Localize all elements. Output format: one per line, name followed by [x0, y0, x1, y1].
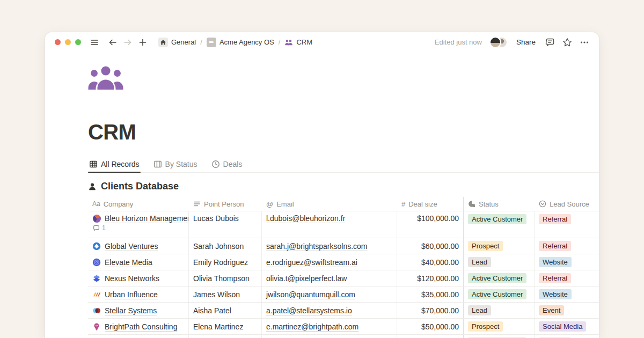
sidebar-toggle-icon[interactable] [89, 36, 100, 48]
breadcrumb-item-workspace[interactable]: Acme Agency OS [204, 36, 276, 48]
company-link[interactable]: Nexus Networks [105, 274, 159, 283]
comment-count[interactable]: 1 [92, 224, 106, 232]
status-cell[interactable]: Active Customer [464, 211, 535, 238]
company-cell[interactable]: Vertex Innovations [88, 335, 189, 338]
lead-source-badge[interactable]: Website [539, 257, 572, 267]
lead-source-badge[interactable]: Event [539, 305, 564, 315]
deal-size-cell[interactable]: $70,000.00 [397, 303, 464, 318]
company-cell[interactable]: Urban Influence [88, 286, 189, 302]
lead-source-badge[interactable]: Website [539, 289, 572, 299]
point-person-cell[interactable]: Aisha Patel [189, 303, 262, 318]
status-badge[interactable]: Lead [468, 257, 491, 267]
point-person-cell[interactable]: Olivia Thompson [189, 270, 262, 286]
lead-source-badge[interactable]: Referral [539, 241, 571, 251]
lead-source-cell[interactable]: Referral [535, 211, 599, 238]
status-cell[interactable]: Active Customer [464, 335, 535, 338]
lead-source-cell[interactable]: Referral [535, 238, 599, 254]
point-person-cell[interactable]: Sarah Johnson [189, 238, 262, 254]
company-cell[interactable]: Stellar Systems [88, 303, 189, 318]
company-link[interactable]: Bleu Horizon Management [105, 214, 189, 223]
share-button[interactable]: Share [514, 37, 538, 47]
more-options-icon[interactable] [580, 38, 589, 47]
status-badge[interactable]: Prospect [468, 321, 503, 332]
email-cell[interactable]: sarah.j@brightsparksolns.com [262, 238, 397, 254]
company-cell[interactable]: Elevate Media [88, 254, 189, 270]
status-cell[interactable]: Prospect [464, 319, 535, 334]
nexus-networks-logo-icon [92, 274, 101, 283]
company-link[interactable]: BrightPath Consulting [105, 322, 177, 331]
deal-size-cell[interactable]: $60,000.00 [397, 238, 464, 254]
table-row: Stellar Systems Aisha Patel a.patel@stel… [88, 303, 599, 319]
company-cell[interactable]: Global Ventures [88, 238, 189, 254]
tab-deals[interactable]: Deals [210, 158, 244, 172]
breadcrumb-item-general[interactable]: General [156, 36, 198, 48]
status-cell[interactable]: Active Customer [464, 270, 535, 286]
status-badge[interactable]: Active Customer [468, 289, 526, 299]
close-window-button[interactable] [55, 39, 61, 45]
deal-size-cell[interactable]: $120,000.00 [397, 270, 464, 286]
deal-size-cell[interactable]: $35,000.00 [397, 286, 464, 302]
table-row: Bleu Horizon Management 1 Lucas Dubois l… [88, 211, 599, 238]
breadcrumb-item-crm[interactable]: CRM [282, 37, 314, 48]
lead-source-badge[interactable]: Social Media [539, 321, 586, 332]
deal-size-cell[interactable]: $45,000.00 [397, 335, 464, 338]
column-header-deal-size[interactable]: # Deal size [397, 197, 464, 211]
company-link[interactable]: Global Ventures [105, 242, 158, 251]
email-cell[interactable]: olivia.t@pixelperfect.law [262, 270, 397, 286]
status-badge[interactable]: Prospect [468, 241, 503, 251]
point-person-cell[interactable]: Lucas Dubois [189, 211, 262, 238]
point-person-cell[interactable]: Emily Rodriguez [189, 254, 262, 270]
column-header-point-person[interactable]: Point Person [189, 197, 262, 211]
point-person-cell[interactable]: Jenn Whitmore [189, 335, 262, 338]
deal-size-cell[interactable]: $50,000.00 [397, 319, 464, 334]
zoom-window-button[interactable] [75, 39, 81, 45]
company-cell[interactable]: Bleu Horizon Management 1 [88, 211, 189, 238]
lead-source-cell[interactable]: Website [535, 286, 599, 302]
lead-source-cell[interactable]: Event [535, 303, 599, 318]
forward-button[interactable] [122, 36, 134, 48]
company-link[interactable]: Urban Influence [105, 290, 158, 299]
email-cell[interactable]: l.dubois@bleuhorizon.fr [262, 211, 397, 238]
column-header-status[interactable]: Status [464, 197, 535, 211]
email-cell[interactable]: e.rodriguez@swiftstream.ai [262, 254, 397, 270]
lead-source-badge[interactable]: Referral [539, 273, 571, 283]
email-cell[interactable]: jenn@vertexinnov.io [262, 335, 397, 338]
collaborator-avatars[interactable] [489, 36, 508, 48]
lead-source-cell[interactable]: Referral [535, 335, 599, 338]
new-page-button[interactable] [137, 36, 149, 48]
tab-label: All Records [101, 160, 140, 168]
column-header-lead-source[interactable]: Lead Source [535, 197, 599, 211]
back-button[interactable] [107, 36, 119, 48]
point-person-cell[interactable]: Elena Martinez [189, 319, 262, 334]
company-link[interactable]: Stellar Systems [105, 306, 157, 315]
page-people-group-icon[interactable] [88, 66, 123, 90]
status-badge[interactable]: Active Customer [468, 214, 526, 224]
email-cell[interactable]: jwilson@quantumquill.com [262, 286, 397, 302]
status-badge[interactable]: Active Customer [468, 273, 526, 283]
email-cell[interactable]: e.martinez@brightpath.com [262, 319, 397, 334]
favorite-star-icon[interactable] [562, 38, 572, 47]
status-cell[interactable]: Prospect [464, 238, 535, 254]
minimize-window-button[interactable] [65, 39, 71, 45]
status-cell[interactable]: Active Customer [464, 286, 535, 302]
company-cell[interactable]: Nexus Networks [88, 270, 189, 286]
comments-icon[interactable] [545, 38, 555, 47]
lead-source-cell[interactable]: Social Media [535, 319, 599, 334]
column-header-email[interactable]: @ Email [262, 197, 397, 211]
tab-by-status[interactable]: By Status [152, 158, 199, 172]
lead-source-cell[interactable]: Referral [535, 270, 599, 286]
lead-source-cell[interactable]: Website [535, 254, 599, 270]
column-header-company[interactable]: Aa Company [88, 197, 189, 211]
lead-source-badge[interactable]: Referral [539, 214, 571, 224]
email-cell[interactable]: a.patel@stellarsystems.io [262, 303, 397, 318]
status-cell[interactable]: Lead [464, 254, 535, 270]
status-badge[interactable]: Lead [468, 305, 491, 315]
company-link[interactable]: Elevate Media [105, 258, 152, 267]
window-topbar: General / Acme Agency OS / CRM Edited ju… [45, 32, 599, 52]
tab-all-records[interactable]: All Records [88, 158, 141, 172]
point-person-cell[interactable]: James Wilson [189, 286, 262, 302]
deal-size-cell[interactable]: $40,000.00 [397, 254, 464, 270]
company-cell[interactable]: BrightPath Consulting [88, 319, 189, 334]
status-cell[interactable]: Lead [464, 303, 535, 318]
deal-size-cell[interactable]: $100,000.00 [397, 211, 464, 238]
